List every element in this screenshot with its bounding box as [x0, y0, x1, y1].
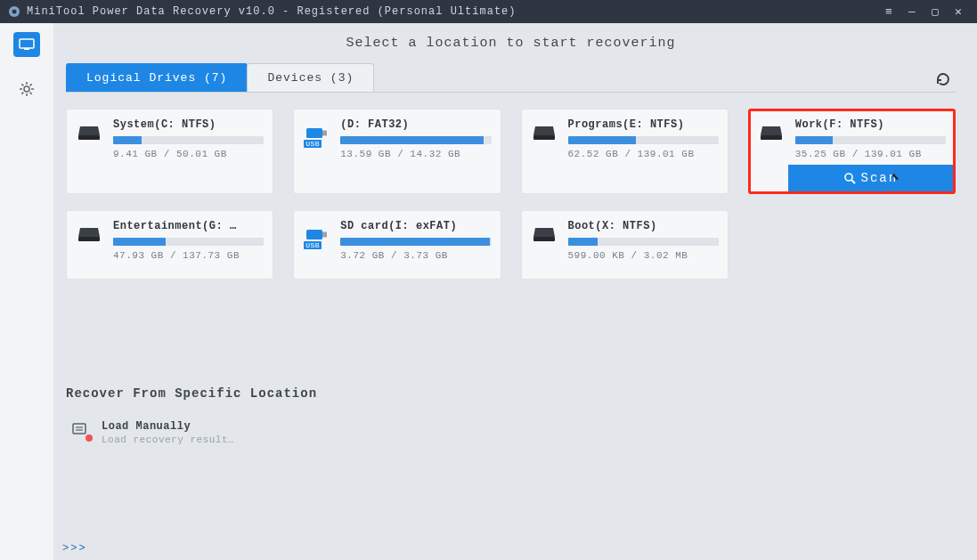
drive-size: 9.41 GB / 50.01 GB	[113, 149, 264, 159]
drive-card[interactable]: USBSD card(I: exFAT)3.72 GB / 3.73 GB	[293, 210, 501, 280]
hard-drive-icon	[531, 122, 558, 143]
sidebar-settings-button[interactable]	[13, 77, 40, 101]
usb-badge: USB	[304, 241, 322, 249]
svg-line-10	[30, 93, 32, 94]
drive-grid: System(C: NTFS)9.41 GB / 50.01 GBUSB(D: …	[66, 109, 956, 280]
svg-line-19	[851, 180, 855, 183]
drive-size: 62.52 GB / 139.01 GB	[568, 149, 719, 159]
drive-name: Entertainment(G: …	[113, 220, 264, 232]
close-button[interactable]: ✕	[947, 3, 970, 20]
svg-rect-2	[20, 39, 34, 48]
svg-point-1	[12, 10, 17, 14]
drive-usage-bar	[568, 238, 719, 246]
svg-rect-20	[78, 237, 100, 241]
drive-card[interactable]: Boot(X: NTFS)599.00 KB / 3.02 MB	[521, 210, 729, 280]
usb-badge: USB	[304, 140, 322, 148]
minimize-button[interactable]: —	[900, 3, 924, 20]
expander-toggle[interactable]: >>>	[62, 542, 87, 555]
drive-card[interactable]: Programs(E: NTFS)62.52 GB / 139.01 GB	[521, 109, 729, 194]
drive-card[interactable]: Entertainment(G: …47.93 GB / 137.73 GB	[66, 210, 273, 280]
app-icon	[7, 4, 21, 19]
drive-usage-bar	[113, 136, 264, 144]
drive-size: 3.72 GB / 3.73 GB	[340, 250, 491, 261]
svg-line-12	[21, 93, 23, 94]
hard-drive-icon	[531, 223, 558, 245]
drive-usage-bar	[340, 238, 491, 246]
hard-drive-icon	[76, 223, 102, 245]
drive-name: System(C: NTFS)	[113, 118, 264, 131]
svg-rect-15	[322, 131, 327, 136]
drive-card[interactable]: Work(F: NTFS)35.25 GB / 139.01 GBScan⬉	[748, 109, 956, 194]
drive-name: (D: FAT32)	[340, 118, 491, 131]
drive-card[interactable]: USB(D: FAT32)13.59 GB / 14.32 GB	[293, 109, 501, 194]
load-manually-title: Load Manually	[102, 420, 234, 433]
svg-rect-21	[306, 230, 322, 239]
drive-usage-bar	[113, 238, 264, 246]
svg-rect-17	[761, 135, 782, 140]
drive-size: 599.00 KB / 3.02 MB	[568, 250, 719, 261]
hard-drive-icon	[758, 122, 785, 143]
drive-usage-bar	[795, 136, 946, 144]
tab-logical-drives[interactable]: Logical Drives (7)	[66, 63, 248, 92]
tab-underline	[66, 92, 956, 93]
svg-point-18	[845, 174, 852, 181]
drive-size: 47.93 GB / 137.73 GB	[113, 250, 264, 261]
drive-usage-bar	[340, 136, 491, 144]
drive-size: 35.25 GB / 139.01 GB	[795, 149, 946, 159]
drive-usage-bar	[568, 136, 719, 144]
drive-name: Boot(X: NTFS)	[568, 220, 719, 232]
load-manually-row[interactable]: Load Manually Load recovery result…	[71, 420, 956, 445]
drive-size: 13.59 GB / 14.32 GB	[340, 149, 491, 159]
svg-line-11	[30, 84, 32, 85]
load-manually-icon	[71, 420, 91, 440]
section-label: Recover From Specific Location	[66, 386, 956, 401]
tabs: Logical Drives (7) Devices (3)	[66, 63, 956, 92]
scan-button[interactable]: Scan	[788, 165, 953, 191]
load-manually-subtitle: Load recovery result…	[102, 434, 234, 445]
refresh-button[interactable]	[931, 67, 956, 92]
menu-button[interactable]: ≡	[877, 3, 900, 20]
sidebar	[0, 23, 53, 560]
svg-point-4	[24, 86, 29, 92]
drive-name: Programs(E: NTFS)	[568, 118, 719, 131]
svg-rect-16	[533, 135, 555, 140]
svg-rect-24	[73, 424, 85, 434]
svg-rect-3	[24, 48, 29, 50]
drive-card[interactable]: System(C: NTFS)9.41 GB / 50.01 GB	[66, 109, 273, 194]
svg-rect-14	[306, 128, 322, 138]
hard-drive-icon	[76, 122, 102, 143]
svg-line-9	[21, 84, 23, 85]
titlebar: MiniTool Power Data Recovery v10.0 - Reg…	[0, 0, 977, 23]
maximize-button[interactable]: ▢	[924, 3, 947, 20]
sidebar-home-button[interactable]	[13, 32, 40, 57]
page-title: Select a location to start recovering	[66, 36, 956, 51]
tab-devices[interactable]: Devices (3)	[247, 63, 374, 92]
svg-rect-23	[533, 237, 555, 241]
svg-rect-13	[78, 135, 100, 140]
window-title: MiniTool Power Data Recovery v10.0 - Reg…	[27, 5, 877, 18]
drive-name: Work(F: NTFS)	[795, 118, 946, 131]
drive-name: SD card(I: exFAT)	[340, 220, 491, 232]
svg-rect-22	[322, 232, 327, 238]
